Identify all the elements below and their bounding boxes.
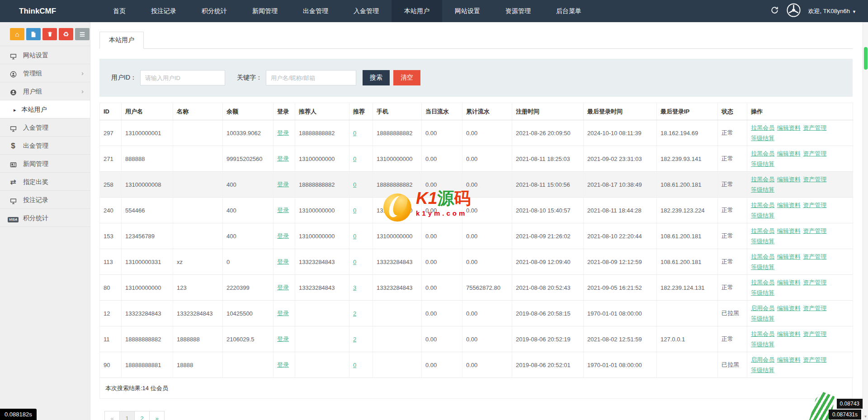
op-link[interactable]: 资产管理: [803, 227, 826, 234]
op-link[interactable]: 等级结算: [751, 315, 774, 322]
recycle-button[interactable]: ♻: [59, 28, 73, 40]
list-button[interactable]: [75, 28, 90, 40]
topnav-item-8[interactable]: 资源管理: [493, 0, 543, 22]
login-link[interactable]: 登录: [277, 207, 289, 213]
sidebar-item-points-stats[interactable]: VISA 积分统计: [0, 209, 90, 227]
topnav-item-4[interactable]: 出金管理: [290, 0, 341, 22]
op-link[interactable]: 编辑资料: [777, 253, 801, 260]
op-link[interactable]: 资产管理: [803, 356, 826, 363]
op-link[interactable]: 启用会员: [751, 356, 774, 363]
avatar-icon[interactable]: [786, 3, 801, 19]
op-link[interactable]: 编辑资料: [777, 305, 801, 311]
op-link[interactable]: 资产管理: [803, 279, 826, 286]
home-button[interactable]: ⌂: [10, 28, 24, 40]
ref-count-link[interactable]: 0: [353, 156, 356, 162]
op-link[interactable]: 资产管理: [803, 253, 826, 260]
op-link[interactable]: 编辑资料: [777, 356, 801, 363]
ref-count-link[interactable]: 0: [353, 259, 356, 265]
sidebar-item-user-group[interactable]: 用户组 ›: [0, 82, 90, 100]
op-link[interactable]: 编辑资料: [777, 202, 801, 208]
op-link[interactable]: 编辑资料: [777, 124, 801, 131]
ref-count-link[interactable]: 0: [353, 362, 356, 368]
op-link[interactable]: 资产管理: [803, 150, 826, 157]
op-link[interactable]: 等级结算: [751, 367, 774, 373]
login-link[interactable]: 登录: [277, 284, 289, 291]
topnav-item-6[interactable]: 本站用户: [392, 0, 442, 22]
user-id-input[interactable]: [140, 70, 225, 85]
login-link[interactable]: 登录: [277, 155, 289, 162]
op-link[interactable]: 启用会员: [751, 305, 774, 311]
op-link[interactable]: 资产管理: [803, 176, 826, 183]
op-link[interactable]: 资产管理: [803, 330, 826, 337]
scrollbar-down-arrow-icon[interactable]: ▼: [863, 414, 868, 420]
login-link[interactable]: 登录: [277, 258, 289, 265]
ref-count-link[interactable]: 0: [353, 233, 356, 240]
keyword-input[interactable]: [266, 70, 356, 85]
tab-local-users[interactable]: 本站用户: [99, 32, 144, 49]
login-link[interactable]: 登录: [277, 181, 289, 188]
clear-button[interactable]: 清空: [393, 70, 420, 85]
trash-button[interactable]: [42, 28, 57, 40]
topnav-item-7[interactable]: 网站设置: [442, 0, 493, 22]
vertical-scrollbar[interactable]: ▼: [863, 22, 868, 420]
op-link[interactable]: 编辑资料: [777, 227, 801, 234]
sidebar-item-deposit[interactable]: 入金管理: [0, 118, 90, 137]
op-link[interactable]: 等级结算: [751, 135, 774, 142]
op-link[interactable]: 等级结算: [751, 212, 774, 219]
op-link[interactable]: 等级结算: [751, 264, 774, 270]
op-link[interactable]: 等级结算: [751, 238, 774, 245]
sidebar-item-local-users[interactable]: ▸ 本站用户: [0, 100, 90, 118]
ref-count-link[interactable]: 2: [353, 310, 356, 317]
page-button-2[interactable]: 2: [134, 411, 150, 420]
ref-count-link[interactable]: 0: [353, 181, 356, 188]
sidebar-item-bet-records[interactable]: 投注记录: [0, 191, 90, 209]
topnav-item-9[interactable]: 后台菜单: [543, 0, 594, 22]
sidebar-item-admin-group[interactable]: 管理组 ›: [0, 64, 90, 82]
search-button[interactable]: 搜索: [363, 70, 390, 85]
op-link[interactable]: 编辑资料: [777, 176, 801, 183]
topnav-item-5[interactable]: 入金管理: [341, 0, 392, 22]
op-link[interactable]: 资产管理: [803, 305, 826, 311]
op-link[interactable]: 等级结算: [751, 341, 774, 348]
file-button[interactable]: [26, 28, 41, 40]
op-link[interactable]: 拉黑会员: [751, 253, 774, 260]
op-link[interactable]: 资产管理: [803, 124, 826, 131]
topnav-item-1[interactable]: 投注记录: [138, 0, 189, 22]
sidebar-item-withdraw[interactable]: $ 出金管理: [0, 137, 90, 155]
topnav-item-0[interactable]: 首页: [100, 0, 138, 22]
page-button-«[interactable]: «: [104, 411, 120, 420]
op-link[interactable]: 编辑资料: [777, 150, 801, 157]
ref-count-link[interactable]: 0: [353, 207, 356, 214]
op-link[interactable]: 等级结算: [751, 289, 774, 296]
welcome-user-menu[interactable]: 欢迎, TK08yn6h▼: [808, 7, 856, 15]
op-link[interactable]: 编辑资料: [777, 330, 801, 337]
ref-count-link[interactable]: 3: [353, 284, 356, 291]
ref-count-link[interactable]: 2: [353, 336, 356, 343]
op-link[interactable]: 资产管理: [803, 202, 826, 208]
sidebar-item-news[interactable]: 新闻管理: [0, 155, 90, 173]
op-link[interactable]: 拉黑会员: [751, 150, 774, 157]
login-link[interactable]: 登录: [277, 232, 289, 239]
topnav-item-3[interactable]: 新闻管理: [240, 0, 290, 22]
op-link[interactable]: 拉黑会员: [751, 176, 774, 183]
op-link[interactable]: 拉黑会员: [751, 330, 774, 337]
page-button-»[interactable]: »: [149, 411, 165, 420]
op-link[interactable]: 拉黑会员: [751, 124, 774, 131]
scrollbar-thumb[interactable]: [864, 47, 868, 70]
op-link[interactable]: 拉黑会员: [751, 202, 774, 208]
topnav-item-2[interactable]: 积分统计: [189, 0, 240, 22]
login-link[interactable]: 登录: [277, 335, 289, 342]
op-link[interactable]: 拉黑会员: [751, 279, 774, 286]
op-link[interactable]: 拉黑会员: [751, 227, 774, 234]
login-link[interactable]: 登录: [277, 310, 289, 316]
op-link[interactable]: 编辑资料: [777, 279, 801, 286]
refresh-icon[interactable]: [770, 6, 779, 16]
op-link[interactable]: 等级结算: [751, 160, 774, 167]
login-link[interactable]: 登录: [277, 129, 289, 136]
sidebar-item-assign-lottery[interactable]: ⇄ 指定出奖: [0, 173, 90, 191]
ref-count-link[interactable]: 0: [353, 130, 356, 137]
page-button-1[interactable]: 1: [119, 411, 135, 420]
op-link[interactable]: 等级结算: [751, 186, 774, 193]
login-link[interactable]: 登录: [277, 361, 289, 368]
sidebar-item-site-settings[interactable]: 网站设置: [0, 46, 90, 64]
